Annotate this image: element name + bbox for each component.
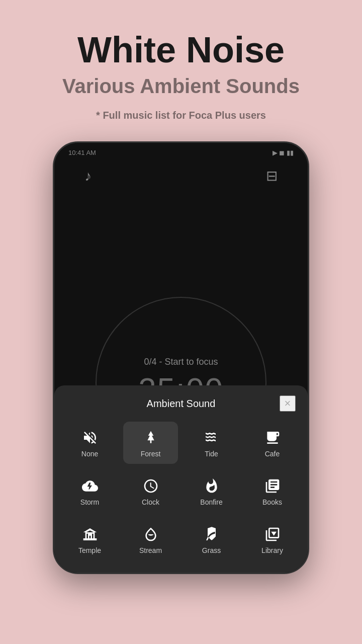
sound-none[interactable]: None bbox=[62, 422, 117, 464]
ambient-sound-panel: Ambient Sound × None Forest bbox=[54, 385, 308, 573]
books-label: Books bbox=[262, 498, 282, 506]
clock-label: Clock bbox=[142, 498, 159, 506]
library-label: Library bbox=[261, 546, 283, 554]
sound-storm[interactable]: Storm bbox=[62, 470, 117, 512]
sound-forest[interactable]: Forest bbox=[123, 422, 178, 464]
books-icon bbox=[264, 478, 281, 494]
status-time: 10:41 AM bbox=[68, 149, 96, 156]
main-title: White Noise bbox=[77, 30, 285, 70]
cafe-label: Cafe bbox=[265, 450, 280, 458]
close-button[interactable]: × bbox=[280, 395, 296, 412]
phone-screen: 10:41 AM ▶ ◼ ▮▮ ♪ ⊟ 0/4 - Start to focus… bbox=[54, 143, 308, 573]
storm-icon bbox=[82, 478, 98, 494]
subtitle: Various Ambient Sounds bbox=[62, 75, 300, 98]
cafe-icon bbox=[264, 430, 281, 446]
panel-title: Ambient Sound bbox=[82, 398, 280, 410]
stream-icon bbox=[143, 526, 159, 542]
forest-icon bbox=[143, 430, 159, 446]
music-icon[interactable]: ♪ bbox=[84, 168, 92, 184]
status-bar: 10:41 AM ▶ ◼ ▮▮ bbox=[54, 143, 308, 159]
grass-icon bbox=[204, 526, 220, 542]
temple-icon bbox=[82, 526, 98, 542]
sound-temple[interactable]: Temple bbox=[62, 518, 117, 560]
none-icon bbox=[82, 430, 98, 446]
sound-cafe[interactable]: Cafe bbox=[245, 422, 300, 464]
app-toolbar: ♪ ⊟ bbox=[54, 159, 308, 192]
clock-icon bbox=[143, 478, 159, 494]
sound-clock[interactable]: Clock bbox=[123, 470, 178, 512]
tide-label: Tide bbox=[205, 450, 218, 458]
timer-label: 0/4 - Start to focus bbox=[144, 357, 218, 367]
forest-label: Forest bbox=[141, 450, 161, 458]
bonfire-icon bbox=[204, 478, 220, 494]
status-icons: ▶ ◼ ▮▮ bbox=[273, 149, 294, 156]
phone-mockup: 10:41 AM ▶ ◼ ▮▮ ♪ ⊟ 0/4 - Start to focus… bbox=[53, 141, 309, 574]
bonfire-label: Bonfire bbox=[200, 498, 222, 506]
sound-grid: None Forest Tide Cafe bbox=[62, 422, 300, 560]
sound-library[interactable]: Library bbox=[245, 518, 300, 560]
library-icon bbox=[264, 526, 281, 542]
sound-bonfire[interactable]: Bonfire bbox=[184, 470, 239, 512]
sound-stream[interactable]: Stream bbox=[123, 518, 178, 560]
mixer-icon[interactable]: ⊟ bbox=[266, 168, 278, 184]
phone-frame: 10:41 AM ▶ ◼ ▮▮ ♪ ⊟ 0/4 - Start to focus… bbox=[53, 141, 309, 574]
stream-label: Stream bbox=[139, 546, 162, 554]
storm-label: Storm bbox=[80, 498, 99, 506]
grass-label: Grass bbox=[202, 546, 221, 554]
panel-header: Ambient Sound × bbox=[62, 395, 300, 412]
temple-label: Temple bbox=[78, 546, 101, 554]
tide-icon bbox=[204, 430, 220, 446]
none-label: None bbox=[81, 450, 98, 458]
sound-grass[interactable]: Grass bbox=[184, 518, 239, 560]
note-text: * Full music list for Foca Plus users bbox=[96, 110, 266, 121]
sound-books[interactable]: Books bbox=[245, 470, 300, 512]
header-section: White Noise Various Ambient Sounds * Ful… bbox=[0, 0, 362, 131]
sound-tide[interactable]: Tide bbox=[184, 422, 239, 464]
